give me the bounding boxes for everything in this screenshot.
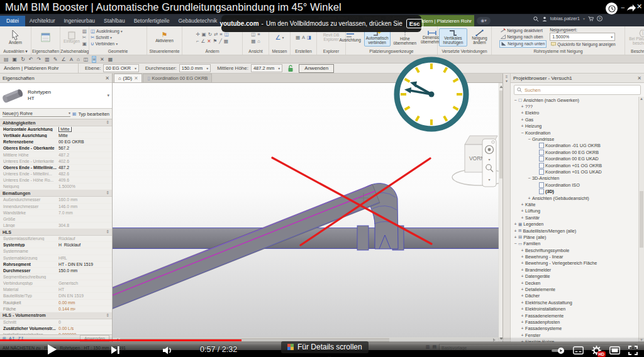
property-row[interactable]: Systemname (0, 248, 112, 255)
tree-item[interactable]: +Datengeräte (511, 273, 638, 280)
project-browser-close-icon[interactable]: ✕ (637, 75, 641, 81)
property-row[interactable]: MaterialHT (0, 287, 112, 293)
property-section-header[interactable]: HLS⇕ (0, 229, 112, 236)
ausrichtung-button[interactable]: Ausrichtung (338, 31, 362, 43)
anwenden-button[interactable]: Anwenden (299, 64, 334, 73)
tree-item[interactable]: +Elektroinstallationen (511, 306, 638, 312)
group-label-eigenschaften[interactable]: Eigenschaften (31, 48, 60, 55)
tab-architektur[interactable]: Architektur (25, 16, 60, 26)
property-row[interactable]: Oberes Ende - Mittellinie...487.2 (0, 165, 112, 171)
move-icon[interactable]: ✛ (196, 31, 199, 37)
tree-item[interactable]: +Fassadenpfosten (511, 319, 638, 325)
mittlere-hoehe-combo[interactable]: 487.2 mm▾ (251, 64, 282, 72)
play-button[interactable] (47, 344, 57, 355)
scale-icon[interactable]: ╱ (219, 38, 222, 44)
tree-item[interactable]: +Bewehrung - Verlegebereich Fläche (511, 260, 638, 266)
open-icon[interactable]: ▤ (4, 56, 9, 63)
property-row[interactable]: SystemabkürzungHRL (0, 255, 112, 261)
property-row[interactable]: Größe (0, 216, 112, 222)
tree-item[interactable]: +Gas (511, 116, 638, 123)
property-row[interactable]: Durchmesser150.0 mm (0, 268, 112, 274)
share-button[interactable] (626, 3, 636, 13)
search-icon[interactable] (533, 16, 539, 21)
mirror-icon[interactable]: ⇄ (214, 31, 218, 37)
palette-edge-strip[interactable]: ≡▾ (503, 74, 511, 342)
home-icon[interactable]: ⌂ (77, 56, 80, 63)
sync-icon[interactable]: ↻ (21, 56, 25, 63)
measure-icon[interactable]: ∠ (62, 56, 66, 63)
property-row[interactable]: Vertikale AusrichtungMitte (0, 133, 112, 139)
video-title[interactable]: MuM BIM Booster | Automatische Grundleit… (5, 1, 341, 13)
property-row[interactable]: Außendurchmesser160.0 mm (0, 197, 112, 203)
property-row[interactable]: Installationseinheiten0.000000 (0, 332, 112, 334)
create-text-icon[interactable]: A (302, 35, 305, 40)
type-selector-caret-icon[interactable]: ▾ (107, 93, 109, 98)
section-icon[interactable]: ◫ (84, 56, 89, 63)
typ-bearbeiten-button[interactable]: Typ bearbeiten (78, 111, 109, 117)
property-row[interactable]: Mittlere Höhe487.2 (0, 152, 112, 158)
property-row[interactable]: Referenzebene00 EG OKRB (0, 139, 112, 145)
durchmesser-combo[interactable]: 150.0 mm▾ (179, 64, 211, 72)
bei-platzierung-beschriften-button[interactable]: 1 Bei Platzierung beschriften (626, 29, 644, 47)
volume-button[interactable] (162, 346, 174, 355)
minimize-icon[interactable]: – (621, 4, 625, 11)
navigation-bar[interactable]: ▾ ▾ (482, 139, 496, 187)
tree-item[interactable]: −Grundrisse (511, 136, 638, 142)
tree-item[interactable]: +Heizung (511, 123, 638, 129)
properties-button[interactable] (40, 32, 52, 43)
delete-icon[interactable]: ✕ (207, 38, 211, 44)
tree-item[interactable]: +Kälte (511, 201, 638, 207)
property-row[interactable]: SystemtypH_Rücklauf (0, 242, 112, 248)
print-icon[interactable]: ▥ (45, 56, 50, 63)
property-row[interactable]: Rauigkeit0.00 mm (0, 300, 112, 306)
subtitles-button[interactable] (573, 346, 584, 354)
tree-item[interactable]: (3D) (511, 188, 638, 194)
property-row[interactable]: Innendurchmesser146.0 mm (0, 204, 112, 210)
window-tile-icon[interactable]: ▦ (251, 38, 255, 44)
tree-item[interactable]: Koordination 00 EG UKAD (511, 156, 638, 162)
property-row[interactable]: Neigung1.5000% (0, 184, 112, 190)
neigung-deaktiviert-option[interactable]: Neigung deaktiviert (499, 28, 547, 34)
tree-item[interactable]: +Elektrische Ausstattung (511, 299, 638, 305)
tree-item[interactable]: +Lüftung (511, 208, 638, 214)
property-section-header[interactable]: Abhängigkeiten⇕ (0, 119, 112, 126)
create-section-icon[interactable]: ◨ (307, 35, 311, 40)
theater-mode-button[interactable] (609, 346, 620, 354)
ausklinkung-menu[interactable]: ◫Ausklinkung▾ (91, 28, 123, 34)
neigung-aendern-button[interactable]: Neigung ändern (469, 29, 490, 46)
tree-item[interactable]: +Sanitär (511, 214, 638, 221)
tree-item[interactable]: +Detailelemente (511, 286, 638, 292)
tree-item[interactable]: +Fassadensysteme (511, 326, 638, 332)
home-view-icon[interactable]: ⌂ (257, 38, 260, 44)
copy-icon[interactable]: ▣ (82, 41, 87, 47)
unlock-icon[interactable] (287, 65, 294, 72)
schnitt-menu[interactable]: ✂Schnitt▾ (91, 35, 112, 40)
property-row[interactable]: Wandstärke7.0 mm (0, 210, 112, 216)
undo-icon[interactable]: ↶ (29, 56, 33, 63)
group-label-auswaehlen[interactable]: Auswählen ▾ (0, 48, 31, 55)
property-row[interactable]: RohrsegmentHT - DIN EN 1519 (0, 261, 112, 268)
tree-item[interactable]: −3D-Ansichten (511, 175, 638, 182)
modify-button[interactable]: Ändern (8, 29, 23, 46)
pin-tool-icon[interactable]: ⚑ (213, 38, 218, 44)
copy-tool-icon[interactable]: ▣ (202, 31, 206, 37)
view-tab-close-icon[interactable]: ✕ (134, 75, 138, 81)
thin-icon[interactable]: ≡ (92, 56, 96, 63)
tab-datei[interactable]: Datei (0, 16, 25, 26)
tab-gebaeudetechnik[interactable]: Gebäudetechnik (174, 16, 221, 26)
element-filter-combo[interactable]: Neue(r) Rohre▾ (3, 111, 70, 117)
property-row[interactable]: Länge304.8 (0, 222, 112, 229)
redo-icon[interactable]: ↷ (37, 56, 42, 63)
neigung-nach-oben-option[interactable]: Neigung nach oben (499, 34, 547, 40)
vertikales-hinzufuegen-button[interactable]: Vertikales hinzufügen (439, 28, 467, 47)
split-icon[interactable]: ∠ (201, 38, 206, 44)
tree-item[interactable]: +⊞Bauteillisten/Mengen (alle) (511, 228, 638, 234)
tree-item[interactable]: −▢Ansichten (nach Gewerken) (511, 97, 638, 103)
tree-item[interactable]: +Decken (511, 280, 638, 286)
windows-icon[interactable]: ▦ (108, 56, 113, 63)
property-row[interactable]: Fläche0.144 m² (0, 306, 112, 312)
browser-scrollbar[interactable]: ▲▼ (638, 97, 644, 342)
neigungswert-combo[interactable]: 1.5000%▾ (550, 33, 615, 41)
properties-close-icon[interactable]: ✕ (105, 75, 109, 81)
measure-icon[interactable]: ∠ (275, 35, 281, 40)
